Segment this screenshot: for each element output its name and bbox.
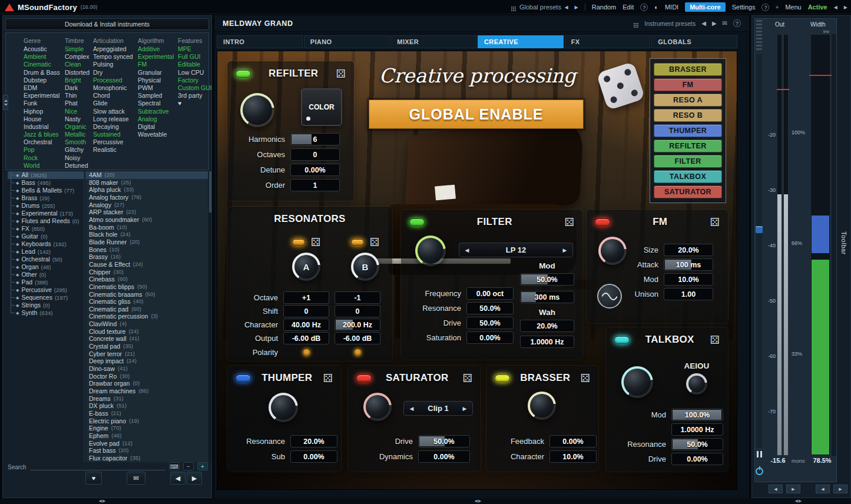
preset-item[interactable]: Ba-boom (10) xyxy=(85,224,208,231)
preset-item[interactable]: 4AM (20) xyxy=(85,171,208,179)
filter-item[interactable]: Glitchy xyxy=(65,146,90,154)
filter-item[interactable]: Simple xyxy=(65,45,90,53)
mod-depth-box[interactable]: 50.0% xyxy=(520,273,574,286)
next-instrument-preset[interactable]: ▶ xyxy=(712,20,717,26)
preset-item[interactable]: Crystal pad (35) xyxy=(85,343,208,350)
sidebar-resize-handle[interactable]: ◀▶ xyxy=(95,498,110,504)
help-icon[interactable]: ? xyxy=(733,19,741,27)
param-value-b[interactable]: 200.0 Hz xyxy=(335,319,380,331)
param-value-box[interactable]: 0.00% xyxy=(418,450,470,463)
multicore-button[interactable]: Multi-core xyxy=(685,2,726,12)
category-item[interactable]: ◆ Guitar (0) xyxy=(8,233,84,240)
refilter-enable-led[interactable] xyxy=(236,70,251,78)
param-value-b[interactable]: 0 xyxy=(335,305,380,317)
preset-item[interactable]: Bones (10) xyxy=(85,246,208,254)
browser-scrollbar[interactable] xyxy=(3,95,8,110)
filter-item[interactable]: Dark xyxy=(65,84,90,92)
tab[interactable]: FX xyxy=(565,35,651,48)
filter-item[interactable]: Granular xyxy=(138,69,174,77)
saturator-enable-led[interactable] xyxy=(356,374,372,382)
mod-rate-box[interactable]: 300 ms xyxy=(520,291,574,303)
filter-item[interactable]: 3rd party xyxy=(178,92,212,100)
filter-item[interactable]: Arpeggiated xyxy=(93,45,133,53)
help-icon[interactable]: ? xyxy=(640,4,648,11)
tab[interactable]: CREATIVE xyxy=(478,35,564,48)
category-item[interactable]: ◆ Pad (388) xyxy=(8,278,84,286)
preset-item[interactable]: Dream machines (86) xyxy=(85,387,208,395)
preset-item[interactable]: Brassy (16) xyxy=(85,253,208,261)
filter-item[interactable]: EDM xyxy=(24,84,60,92)
param-value-box[interactable]: 20.0% xyxy=(664,244,713,256)
param-value-box[interactable]: 1.00 xyxy=(664,288,713,300)
param-value-box[interactable]: 50.0% xyxy=(466,302,514,314)
preset-item[interactable]: Concrete wall (41) xyxy=(85,335,208,343)
contrast-icon[interactable]: ◐ xyxy=(654,4,658,11)
filter-item[interactable]: Sustained xyxy=(93,131,133,138)
param-value-box[interactable]: 6 xyxy=(290,133,340,145)
preset-item[interactable]: Alpha pluck (33) xyxy=(85,186,208,194)
filter-item[interactable]: Nasty xyxy=(65,115,90,123)
category-item[interactable]: ◆ Percussive (295) xyxy=(8,286,84,294)
category-item[interactable]: ◆ Drums (255) xyxy=(8,202,84,210)
category-item[interactable]: ◆ Orchestral (50) xyxy=(8,256,84,263)
param-value-box[interactable]: 50.0% xyxy=(418,435,470,447)
filter-item[interactable]: Funk xyxy=(24,100,60,107)
filter-item[interactable]: Glide xyxy=(93,100,133,107)
filter-item[interactable]: Subtractive xyxy=(138,108,174,115)
module-toggle-button[interactable]: REFILTER xyxy=(654,140,722,152)
randomize-icon[interactable]: ⚄ xyxy=(370,237,380,248)
filter-type-selector[interactable]: ◀ LP 12 ▶ xyxy=(459,243,573,257)
preset-item[interactable]: ClaviWind (4) xyxy=(85,320,208,328)
category-item[interactable]: ◆ Bass (495) xyxy=(8,179,84,187)
keyboard-icon[interactable]: ⌨ xyxy=(169,462,180,470)
param-value-box[interactable]: 50.0% xyxy=(466,317,514,329)
param-value-b[interactable]: -1 xyxy=(335,291,380,304)
filter-item[interactable]: PWM xyxy=(138,84,174,92)
filter-item[interactable]: Analog xyxy=(138,115,174,123)
category-item[interactable]: ◆ Experimental (173) xyxy=(8,210,84,217)
preset-item[interactable]: Chipper (30) xyxy=(85,268,208,276)
pause-meters-button[interactable] xyxy=(757,451,762,457)
preset-item[interactable]: Cinematic blipps (50) xyxy=(85,283,208,291)
filter-item[interactable]: Hiphop xyxy=(24,108,60,115)
filter-frequency-knob[interactable] xyxy=(415,236,446,266)
preset-item[interactable]: Black hole (24) xyxy=(85,231,208,238)
filter-item[interactable]: Pop xyxy=(24,146,60,154)
param-value-box[interactable]: 0 xyxy=(290,148,340,161)
toolbar-prev-button[interactable]: ◀ xyxy=(769,485,783,493)
category-item[interactable]: ◆ Flutes and Reeds (0) xyxy=(8,217,84,225)
filter-item[interactable]: Acoustic xyxy=(24,45,60,53)
module-toggle-button[interactable]: TALKBOX xyxy=(654,170,722,183)
toolbar-next-button[interactable]: ▶ xyxy=(833,485,847,493)
mail-icon[interactable]: ✉ xyxy=(723,20,727,26)
filter-item[interactable]: Monophonic xyxy=(93,84,133,92)
filter-item[interactable]: Custom GUI xyxy=(178,84,212,92)
filter-item[interactable]: Wavetable xyxy=(138,131,174,138)
filter-item[interactable]: Organic xyxy=(65,123,90,131)
module-toggle-button[interactable]: RESO B xyxy=(654,109,722,122)
midi-button[interactable]: MIDI xyxy=(665,4,678,11)
filter-item[interactable]: Metallic xyxy=(65,131,90,138)
param-value-a[interactable]: -6.00 dB xyxy=(283,332,329,344)
filter-item[interactable]: Bright xyxy=(65,77,90,84)
tab[interactable]: MIXER xyxy=(390,35,476,48)
preset-item[interactable]: Doctor Ro (30) xyxy=(85,373,208,380)
param-value-box[interactable]: 10.0% xyxy=(549,450,597,463)
filter-item[interactable]: Processed xyxy=(93,77,133,84)
menu-button[interactable]: Menu xyxy=(785,4,802,11)
meter-mode-icon[interactable] xyxy=(756,226,763,233)
filter-item[interactable]: Clean xyxy=(65,61,90,68)
preset-item[interactable]: Dreams (31) xyxy=(85,395,208,403)
redo-button[interactable]: ▶ xyxy=(575,5,578,10)
wah-depth-box[interactable]: 20.0% xyxy=(520,320,574,332)
filter-item[interactable]: Spectral xyxy=(138,100,174,107)
polarity-a-toggle[interactable] xyxy=(303,349,310,356)
preset-item[interactable]: Evolve pad (12) xyxy=(85,440,208,447)
resonator-a-led[interactable] xyxy=(292,239,305,246)
param-value-box[interactable]: 50.0% xyxy=(671,438,723,450)
category-item[interactable]: ◆ Sequences (197) xyxy=(8,294,84,301)
filter-item[interactable]: Complex xyxy=(65,53,90,61)
brasser-knob[interactable] xyxy=(528,392,556,420)
resonator-b-led[interactable] xyxy=(351,239,364,246)
filter-item[interactable]: Decaying xyxy=(93,123,133,131)
